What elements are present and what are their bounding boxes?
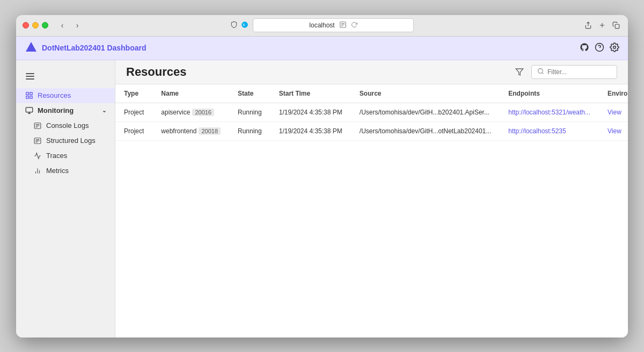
sidebar-item-console-logs[interactable]: Console Logs [16,118,115,133]
sidebar-nav: Resources Monitoring ⌄ [16,60,115,183]
search-icon [537,68,544,76]
hamburger-icon[interactable] [23,69,38,84]
environ-link-0[interactable]: View [608,109,621,116]
app-title: DotNetLab202401 Dashboard [42,44,147,52]
close-button[interactable] [23,22,29,28]
sidebar-item-traces[interactable]: Traces [16,148,115,163]
svg-rect-9 [615,24,619,28]
header-controls [512,64,617,80]
page-title: Resources [126,65,187,79]
svg-rect-14 [26,92,28,95]
col-state: State [229,84,270,103]
traces-icon [33,152,42,160]
question-icon[interactable] [595,42,604,54]
back-icon[interactable]: ‹ [57,20,68,31]
reader-icon [339,21,347,30]
environ-link-1[interactable]: View [608,127,621,135]
col-environ: Environ... [599,84,628,103]
address-bar-container: S localhost [230,18,414,32]
search-input[interactable] [547,68,611,76]
svg-rect-18 [26,107,33,112]
settings-icon[interactable] [610,42,619,54]
port-badge-1: 20018 [199,127,221,135]
refresh-icon[interactable] [351,21,357,30]
svg-line-34 [542,73,543,74]
resources-table: Type Name State Start Time Source Endpoi… [115,84,628,141]
cell-type-1: Project [115,121,152,140]
table-header-row: Type Name State Start Time Source Endpoi… [115,84,628,103]
svg-point-13 [613,46,616,48]
cell-endpoint-0: http://localhost:5321/weath... [500,103,599,121]
url-text: localhost [309,21,334,29]
sidebar-item-structured-logs[interactable]: Structured Logs [16,133,115,148]
app-logo [25,41,38,55]
sidebar-item-metrics[interactable]: Metrics [16,163,115,178]
cell-start-time-0: 1/19/2024 4:35:38 PM [270,103,351,121]
page-header: Resources [115,60,628,84]
sidebar-item-console-logs-label: Console Logs [46,121,89,130]
new-tab-icon[interactable] [597,20,608,31]
minimize-button[interactable] [32,22,39,28]
col-source: Source [351,84,500,103]
cell-state-0: Running [229,103,270,121]
monitoring-icon [25,106,33,115]
console-logs-icon [33,121,42,130]
sidebar-item-traces-label: Traces [46,152,67,160]
titlebar-right-controls [583,20,621,31]
sidebar-item-structured-logs-label: Structured Logs [46,137,96,145]
nav-controls: ‹ › [57,20,83,31]
col-type: Type [115,84,152,103]
cell-environ-1: View [599,121,628,140]
structured-logs-icon [33,137,42,145]
cell-endpoint-1: http://localhost:5235 [500,121,599,140]
share-icon[interactable] [583,20,594,31]
sidebar: Resources Monitoring ⌄ [16,60,115,337]
svg-marker-32 [516,69,523,75]
sidebar-item-monitoring[interactable]: Monitoring ⌄ [16,103,115,118]
github-icon[interactable] [580,42,589,54]
sidebar-item-metrics-label: Metrics [46,167,69,175]
hamburger-line [26,76,34,77]
monitoring-label: Monitoring [38,106,74,114]
cell-source-1: /Users/tomohisa/dev/GitH...otNetLab20240… [351,121,500,140]
address-bar[interactable]: localhost [253,18,414,32]
cell-name-1: webfrontend20018 [152,121,229,140]
content-area: Resources [115,60,628,337]
svg-marker-10 [26,42,36,52]
app-header: DotNetLab202401 Dashboard [16,37,628,60]
svg-rect-15 [30,92,32,95]
table-container: Type Name State Start Time Source Endpoi… [115,84,628,337]
endpoint-link-0[interactable]: http://localhost:5321/weath... [508,109,590,116]
skype-icon: S [241,21,248,30]
forward-icon[interactable]: › [72,20,83,31]
maximize-button[interactable] [42,22,48,28]
table-row: Project webfrontend20018 Running 1/19/20… [115,121,628,140]
table-body: Project apiservice20016 Running 1/19/202… [115,103,628,140]
svg-rect-16 [30,96,32,98]
main-layout: Resources Monitoring ⌄ [16,60,628,337]
table-row: Project apiservice20016 Running 1/19/202… [115,103,628,121]
search-box[interactable] [531,65,617,79]
cell-type-0: Project [115,103,152,121]
traffic-lights [23,22,48,28]
resources-icon [25,91,33,100]
metrics-icon [33,167,42,175]
port-badge-0: 20016 [192,109,214,116]
cell-environ-0: View [599,103,628,121]
endpoint-link-1[interactable]: http://localhost:5235 [508,127,566,135]
cell-name-0: apiservice20016 [152,103,229,121]
shield-icon [230,21,238,30]
sidebar-item-resources-label: Resources [38,91,71,99]
filter-icon[interactable] [512,64,527,80]
cell-source-0: /Users/tomohisa/dev/GitH...b202401.ApiSe… [351,103,500,121]
sidebar-item-resources[interactable]: Resources [16,88,115,103]
cell-state-1: Running [229,121,270,140]
col-name: Name [152,84,229,103]
col-endpoints: Endpoints [500,84,599,103]
copy-icon[interactable] [611,20,621,31]
hamburger-line [26,73,34,74]
svg-rect-17 [26,96,28,98]
svg-text:S: S [243,23,245,26]
menu-toggle[interactable] [16,64,115,88]
col-start-time: Start Time [270,84,351,103]
